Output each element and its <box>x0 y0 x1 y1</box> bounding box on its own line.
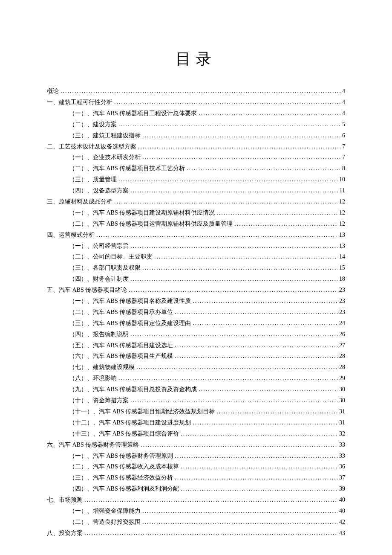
toc-entry: （一）、汽车 ABS 传感器项目名称及建设性质23 <box>69 296 345 307</box>
toc-entry-label: （六）、汽车 ABS 传感器项目生产规模 <box>69 351 173 362</box>
toc-entry-page: 42 <box>339 517 345 528</box>
toc-entry: （四）、汽车 ABS 传感器利润及利润分配39 <box>69 483 345 494</box>
toc-entry: （七）、建筑物建设规模28 <box>69 362 345 373</box>
toc-entry: （四）、财务会计制度18 <box>69 273 345 285</box>
toc-entry-label: （三）、质量管理 <box>69 174 117 185</box>
toc-leader-dots <box>181 483 337 494</box>
toc-entry: （一）、汽车 ABS 传感器项目建设期原辅材料供应情况12 <box>69 207 345 218</box>
toc-leader-dots <box>118 119 340 130</box>
toc-entry: 七、市场预测40 <box>47 494 345 506</box>
toc-leader-dots <box>130 241 337 252</box>
toc-entry: 概论4 <box>47 86 345 97</box>
toc-entry-page: 7 <box>342 152 345 163</box>
toc-leader-dots <box>175 450 337 462</box>
toc-leader-dots <box>216 406 337 417</box>
toc-leader-dots <box>130 395 337 406</box>
toc-entry-page: 31 <box>339 417 345 428</box>
toc-entry-label: 七、市场预测 <box>47 494 83 506</box>
toc-leader-dots <box>136 362 337 373</box>
toc-entry-page: 5 <box>342 119 345 130</box>
toc-leader-dots <box>129 285 337 296</box>
toc-entry-page: 36 <box>339 461 345 472</box>
toc-leader-dots <box>61 86 340 97</box>
toc-leader-dots <box>193 417 337 428</box>
toc-entry-label: （二）、营造良好投资氛围 <box>69 517 141 528</box>
toc-leader-dots <box>175 340 337 351</box>
toc-entry-page: 12 <box>339 207 345 218</box>
toc-entry: （一）、公司经营宗旨13 <box>69 241 345 252</box>
toc-entry: 一、建筑工程可行性分析4 <box>47 97 345 108</box>
toc-entry-label: 八、投资方案 <box>47 528 83 539</box>
toc-entry: （三）、建筑工程建设指标6 <box>69 130 345 141</box>
toc-entry-label: 三、原辅材料及成品分析 <box>47 196 112 207</box>
toc-leader-dots <box>142 517 337 528</box>
toc-leader-dots <box>193 318 337 329</box>
table-of-contents: 概论4一、建筑工程可行性分析4（一）、汽车 ABS 传感器项目工程设计总体要求4… <box>47 86 345 539</box>
toc-entry: （十）、资金筹措方案30 <box>69 395 345 406</box>
toc-entry: （二）、汽车 ABS 传感器收入及成本核算36 <box>69 461 345 472</box>
toc-entry: （二）、汽车 ABS 传感器项目技术工艺分析8 <box>69 163 345 174</box>
toc-leader-dots <box>142 130 340 141</box>
toc-entry-label: （一）、汽车 ABS 传感器项目工程设计总体要求 <box>69 108 197 119</box>
toc-entry: （三）、汽车 ABS 传感器经济效益分析37 <box>69 472 345 483</box>
toc-entry-page: 43 <box>339 528 345 539</box>
toc-entry-label: （十）、资金筹措方案 <box>69 395 129 406</box>
toc-entry: （一）、汽车 ABS 传感器财务管理原则33 <box>69 450 345 462</box>
toc-entry-page: 6 <box>342 130 345 141</box>
toc-entry-page: 12 <box>339 218 345 230</box>
toc-entry-label: （十一）、汽车 ABS 传感器项目预期经济效益规划目标 <box>69 406 215 417</box>
toc-entry: （一）、汽车 ABS 传感器项目工程设计总体要求4 <box>69 108 345 119</box>
toc-entry-label: （一）、汽车 ABS 传感器项目名称及建设性质 <box>69 296 191 307</box>
toc-entry: （四）、设备选型方案11 <box>69 185 345 196</box>
toc-entry: （四）、报告编制说明26 <box>69 329 345 340</box>
toc-leader-dots <box>234 218 337 230</box>
toc-entry-label: （八）、环境影响 <box>69 373 117 384</box>
toc-entry: （三）、质量管理10 <box>69 174 345 185</box>
toc-entry: （二）、建设方案5 <box>69 119 345 130</box>
toc-leader-dots <box>118 174 337 185</box>
toc-entry: （一）、增强资金保障能力40 <box>69 506 345 517</box>
toc-entry-page: 18 <box>339 273 345 285</box>
toc-entry-label: （九）、汽车 ABS 传感器项目总投资及资金构成 <box>69 384 197 395</box>
toc-entry: （五）、汽车 ABS 传感器项目建设选址27 <box>69 340 345 351</box>
toc-entry-label: （三）、汽车 ABS 传感器项目定位及建设理由 <box>69 318 191 329</box>
toc-leader-dots <box>118 373 337 384</box>
toc-entry: （二）、公司的目标、主要职责14 <box>69 251 345 262</box>
toc-entry-label: （一）、增强资金保障能力 <box>69 506 141 517</box>
toc-entry: （二）、汽车 ABS 传感器项目运营期原辅材料供应及质量管理12 <box>69 218 345 230</box>
toc-entry-label: （三）、建筑工程建设指标 <box>69 130 141 141</box>
toc-entry-label: （二）、公司的目标、主要职责 <box>69 251 153 262</box>
toc-entry: （十一）、汽车 ABS 传感器项目预期经济效益规划目标31 <box>69 406 345 417</box>
toc-entry-label: （二）、汽车 ABS 传感器项目承办单位 <box>69 307 173 318</box>
toc-leader-dots <box>138 141 340 152</box>
toc-entry-label: 六、汽车 ABS 传感器财务管理策略 <box>47 439 139 450</box>
toc-entry-page: 4 <box>342 108 345 119</box>
toc-entry-page: 30 <box>339 384 345 395</box>
toc-entry-label: （二）、建设方案 <box>69 119 117 130</box>
toc-entry: 五、汽车 ABS 传感器项目绪论23 <box>47 285 345 296</box>
toc-entry-label: （一）、公司经营宗旨 <box>69 241 129 252</box>
toc-entry-page: 7 <box>342 141 345 152</box>
toc-leader-dots <box>187 163 340 174</box>
toc-leader-dots <box>175 307 337 318</box>
toc-entry-label: （五）、汽车 ABS 传感器项目建设选址 <box>69 340 173 351</box>
toc-entry-page: 40 <box>339 494 345 506</box>
toc-entry-label: （一）、汽车 ABS 传感器财务管理原则 <box>69 450 173 462</box>
toc-entry: （二）、汽车 ABS 传感器项目承办单位23 <box>69 307 345 318</box>
toc-entry-page: 8 <box>342 163 345 174</box>
toc-entry: （一）、企业技术研发分析7 <box>69 152 345 163</box>
toc-entry-label: 一、建筑工程可行性分析 <box>47 97 112 108</box>
toc-entry-page: 39 <box>339 483 345 494</box>
toc-entry: 三、原辅材料及成品分析12 <box>47 196 345 207</box>
toc-entry-page: 14 <box>339 251 345 262</box>
toc-entry: （九）、汽车 ABS 传感器项目总投资及资金构成30 <box>69 384 345 395</box>
toc-leader-dots <box>181 428 337 439</box>
toc-entry: （六）、汽车 ABS 传感器项目生产规模28 <box>69 351 345 362</box>
toc-entry-page: 10 <box>339 174 345 185</box>
toc-entry-page: 13 <box>339 230 345 241</box>
toc-entry: 六、汽车 ABS 传感器财务管理策略33 <box>47 439 345 450</box>
toc-leader-dots <box>84 528 337 539</box>
toc-entry: （八）、环境影响29 <box>69 373 345 384</box>
toc-entry: （三）、汽车 ABS 传感器项目定位及建设理由24 <box>69 318 345 329</box>
toc-leader-dots <box>142 506 337 517</box>
